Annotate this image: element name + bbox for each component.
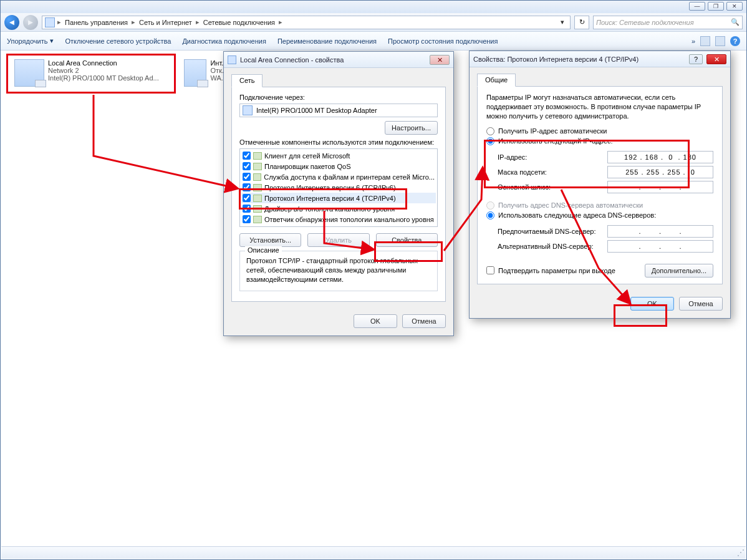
component-checkbox[interactable] <box>243 173 251 181</box>
nav-forward-button[interactable]: ► <box>23 15 38 30</box>
organize-menu[interactable]: Упорядочить ▾ <box>7 37 54 45</box>
description-text: Протокол TCP/IP - стандартный протокол г… <box>246 256 431 284</box>
install-button[interactable]: Установить... <box>239 233 301 247</box>
view-status-button[interactable]: Просмотр состояния подключения <box>388 37 498 45</box>
dialog-titlebar[interactable]: Local Area Connection - свойства ✕ <box>224 52 453 68</box>
remove-button[interactable]: Удалить <box>307 233 369 247</box>
dialog-icon <box>228 56 236 64</box>
advanced-button[interactable]: Дополнительно... <box>645 264 713 278</box>
component-checkbox[interactable] <box>243 162 251 170</box>
ok-button[interactable]: OK <box>630 297 674 311</box>
gateway-input[interactable] <box>607 181 713 193</box>
status-bar: ⋰ <box>1 546 746 559</box>
search-input[interactable]: Поиск: Сетевые подключения 🔍 <box>593 16 743 29</box>
cancel-button[interactable]: Отмена <box>679 297 723 311</box>
nav-back-button[interactable]: ◄ <box>4 15 19 30</box>
preview-pane-button[interactable] <box>715 36 725 46</box>
component-icon <box>253 163 262 170</box>
network-adapter-icon <box>184 59 206 87</box>
connection-adapter: Intel(R) PRO/1000 MT Desktop Ad... <box>48 74 159 82</box>
chevron-right-icon: ▸ <box>277 18 284 26</box>
dialog-titlebar[interactable]: Свойства: Протокол Интернета версии 4 (T… <box>470 51 730 67</box>
tab-network[interactable]: Сеть <box>231 74 263 87</box>
alternate-dns-input[interactable] <box>607 240 713 253</box>
preferred-dns-input[interactable] <box>607 225 713 238</box>
diagnose-button[interactable]: Диагностика подключения <box>182 37 266 45</box>
window-close-button[interactable]: ✕ <box>726 2 743 11</box>
component-checkbox[interactable] <box>243 205 251 213</box>
connection-network: Network 2 <box>48 67 159 74</box>
disable-device-button[interactable]: Отключение сетевого устройства <box>65 37 171 45</box>
subnet-mask-label: Маска подсети: <box>498 168 607 176</box>
search-icon: 🔍 <box>731 18 740 26</box>
confirm-on-exit-checkbox[interactable]: Подтвердить параметры при выходе <box>486 266 615 274</box>
component-checkbox[interactable] <box>243 152 251 160</box>
ip-address-label: IP-адрес: <box>498 153 607 161</box>
adapter-icon <box>243 105 253 115</box>
manual-dns-label: Использовать следующие адреса DNS-сервер… <box>498 211 656 219</box>
component-label: Служба доступа к файлам и принтерам сете… <box>264 173 435 181</box>
connection-via-label: Подключение через: <box>239 94 438 101</box>
chevron-down-icon: ▾ <box>50 37 54 45</box>
chevron-right-icon: ▸ <box>195 18 201 26</box>
component-item: Планировщик пакетов QoS <box>241 161 436 171</box>
crumb[interactable]: Сеть и Интернет <box>138 19 193 26</box>
confirm-on-exit-label: Подтвердить параметры при выходе <box>498 267 615 274</box>
auto-ip-radio[interactable]: Получить IP-адрес автоматически <box>486 127 713 135</box>
manual-dns-radio[interactable]: Использовать следующие адреса DNS-сервер… <box>486 211 713 220</box>
component-label: Клиент для сетей Microsoft <box>264 152 350 160</box>
breadcrumb[interactable]: ▸ Панель управления ▸ Сеть и Интернет ▸ … <box>42 16 571 29</box>
refresh-button[interactable]: ↻ <box>574 16 589 29</box>
component-icon <box>253 173 261 181</box>
component-item: Протокол Интернета версии 4 (TCP/IPv4) <box>241 193 436 203</box>
rename-button[interactable]: Переименование подключения <box>277 37 377 45</box>
network-adapter-icon <box>14 59 44 87</box>
subnet-mask-input[interactable] <box>607 166 713 178</box>
component-item: Ответчик обнаружения топологии канальног… <box>241 214 436 224</box>
command-bar: Упорядочить ▾ Отключение сетевого устрой… <box>1 32 746 51</box>
cancel-button[interactable]: Отмена <box>402 314 446 328</box>
dialog-close-button[interactable]: ✕ <box>706 54 726 64</box>
dialog-close-button[interactable]: ✕ <box>430 55 450 65</box>
address-bar: ◄ ► ▸ Панель управления ▸ Сеть и Интерне… <box>1 13 746 32</box>
component-checkbox[interactable] <box>243 215 251 223</box>
connection-tile-local[interactable]: Local Area Connection Network 2 Intel(R)… <box>11 56 173 90</box>
resize-grip-icon[interactable]: ⋰ <box>737 548 744 557</box>
chevron-down-icon[interactable]: ▾ <box>557 18 567 26</box>
adapter-name: Intel(R) PRO/1000 MT Desktop Adapter <box>256 107 377 114</box>
component-icon <box>253 152 262 160</box>
component-label: Планировщик пакетов QoS <box>264 163 351 170</box>
crumb[interactable]: Сетевые подключения <box>202 19 276 26</box>
dialog-help-button[interactable]: ? <box>689 54 703 64</box>
refresh-icon: ↻ <box>579 18 585 26</box>
component-checkbox[interactable] <box>243 194 251 202</box>
ok-button[interactable]: OK <box>354 314 397 328</box>
configure-button[interactable]: Настроить... <box>385 121 438 135</box>
auto-dns-label: Получить адрес DNS-сервера автоматически <box>498 201 643 209</box>
components-list[interactable]: Клиент для сетей Microsoft Планировщик п… <box>239 148 438 227</box>
properties-button[interactable]: Свойства <box>376 233 438 247</box>
help-icon[interactable]: ? <box>730 36 740 46</box>
view-options-button[interactable] <box>700 36 710 46</box>
components-label: Отмеченные компоненты используются этим … <box>239 138 438 146</box>
component-checkbox[interactable] <box>243 183 251 191</box>
overflow-icon[interactable]: » <box>692 37 695 45</box>
component-item: Клиент для сетей Microsoft <box>241 150 436 161</box>
component-label: Протокол Интернета версии 6 (TCP/IPv6) <box>264 184 396 191</box>
ipv4-properties-dialog: Свойства: Протокол Интернета версии 4 (T… <box>469 51 731 319</box>
alternate-dns-label: Альтернативный DNS-сервер: <box>498 243 607 250</box>
component-item: Служба доступа к файлам и принтерам сете… <box>241 171 436 182</box>
window-titlebar: — ❐ ✕ <box>1 1 746 13</box>
component-label: Ответчик обнаружения топологии канальног… <box>264 216 434 223</box>
gateway-label: Основной шлюз: <box>498 183 607 191</box>
crumb[interactable]: Панель управления <box>64 19 129 26</box>
manual-ip-radio[interactable]: Использовать следующий IP-адрес: <box>486 137 713 145</box>
tab-general[interactable]: Общие <box>477 74 516 87</box>
window-minimize-button[interactable]: — <box>689 2 705 11</box>
component-item: Протокол Интернета версии 6 (TCP/IPv6) <box>241 182 436 193</box>
search-placeholder: Поиск: Сетевые подключения <box>596 19 694 26</box>
ip-address-input[interactable] <box>607 151 713 163</box>
component-item: Драйвер в/в тополога канального уровня <box>241 203 436 214</box>
window-maximize-button[interactable]: ❐ <box>708 2 724 11</box>
component-icon <box>253 216 262 223</box>
